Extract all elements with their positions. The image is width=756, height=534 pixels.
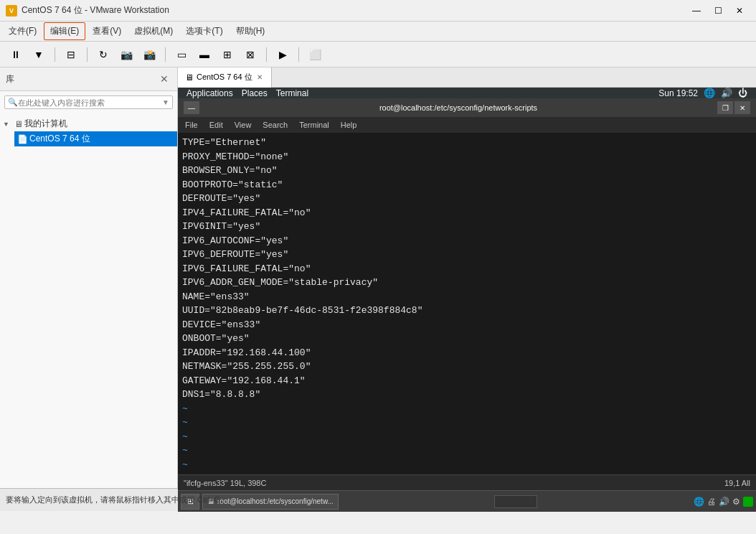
menu-file[interactable]: 文件(F): [3, 23, 42, 39]
vm-print-icon: 🖨: [707, 497, 716, 507]
window-controls: — ☐ ✕: [686, 4, 750, 18]
terminal-line-18: GATEWAY="192.168.44.1": [182, 374, 752, 388]
toolbar-more[interactable]: ⬜: [305, 45, 325, 64]
vm-network-icon: 🌐: [694, 497, 704, 507]
search-dropdown-icon[interactable]: ▼: [162, 98, 169, 106]
vm-taskbar: ⊞ 🖥 root@localhost:/etc/sysconfig/netw..…: [178, 490, 756, 512]
sidebar-item-centos[interactable]: 📄 CentOS 7 64 位: [14, 131, 177, 146]
maximize-button[interactable]: ☐: [707, 4, 729, 18]
network-icon[interactable]: 🌐: [704, 88, 715, 98]
terminal-line-3: BROWSER_ONLY="no": [182, 164, 752, 178]
vm-icon: 📄: [17, 134, 28, 144]
terminal-menu-file[interactable]: File: [181, 119, 202, 131]
terminal-line-1: TYPE="Ethernet": [182, 136, 752, 150]
tree-root[interactable]: ▼ 🖥 我的计算机: [0, 116, 177, 131]
toolbar-fullscreen[interactable]: ⊞: [217, 45, 237, 64]
title-bar: V CentOS 7 64 位 - VMware Workstation — ☐…: [0, 0, 756, 22]
toolbar-fit[interactable]: ▭: [171, 45, 192, 64]
terminal-tilde-4: ~: [182, 444, 752, 458]
gnome-topbar: Applications Places Terminal Sun 19:52 🌐…: [178, 88, 756, 98]
terminal-menu-edit[interactable]: Edit: [205, 119, 227, 131]
terminal-right-controls: ❐ ✕: [717, 101, 750, 114]
terminal-tilde-1: ~: [182, 402, 752, 416]
terminal-file-info: "ifcfg-ens33" 19L, 398C: [184, 479, 266, 487]
terminal-line-10: IPV6_FAILURE_FATAL="no": [182, 262, 752, 276]
terminal-line-7: IPV6INIT="yes": [182, 220, 752, 234]
toolbar-refresh[interactable]: ↻: [93, 45, 113, 64]
toolbar-unity[interactable]: ⊠: [240, 45, 260, 64]
vm-tab-centos[interactable]: 🖥 CentOS 7 64 位 ✕: [178, 67, 272, 88]
gnome-applications-menu[interactable]: Applications: [186, 88, 233, 98]
gnome-bar-right: Sun 19:52 🌐 🔊 ⏻: [658, 88, 747, 98]
terminal-content[interactable]: TYPE="Ethernet" PROXY_METHOD="none" BROW…: [178, 133, 756, 474]
toolbar-sep-2: [87, 47, 88, 62]
vm-tab-close-button[interactable]: ✕: [255, 73, 264, 81]
terminal-line-17: NETMASK="255.255.255.0": [182, 360, 752, 374]
toolbar-send-ctrl-alt-del[interactable]: ⊟: [61, 45, 81, 64]
terminal-minimize-button[interactable]: —: [184, 101, 199, 114]
vm-tab-bar: 🖥 CentOS 7 64 位 ✕: [178, 67, 756, 88]
menu-view[interactable]: 查看(V): [87, 23, 127, 39]
toolbar-fit2[interactable]: ▬: [194, 45, 214, 64]
menu-help[interactable]: 帮助(H): [230, 23, 271, 39]
content-area: 🖥 CentOS 7 64 位 ✕ Applications Places Te…: [178, 67, 756, 488]
menu-bar: 文件(F) 编辑(E) 查看(V) 虚拟机(M) 选项卡(T) 帮助(H): [0, 22, 756, 42]
toolbar-snapshot2[interactable]: 📸: [139, 45, 159, 64]
gnome-terminal-menu[interactable]: Terminal: [276, 88, 308, 98]
terminal-menu: File Edit View Search Terminal Help: [178, 117, 756, 133]
terminal-titlebar: — root@localhost:/etc/sysconfig/network-…: [178, 98, 756, 117]
main-area: 库 ✕ 🔍 ▼ ▼ 🖥 我的计算机 📄 CentOS 7 64 位: [0, 67, 756, 488]
vm-task-input-box: [494, 495, 537, 508]
terminal-line-15: ONBOOT="yes": [182, 332, 752, 346]
close-button[interactable]: ✕: [729, 4, 750, 18]
toolbar-dropdown[interactable]: ▼: [29, 45, 49, 64]
tree-children: 📄 CentOS 7 64 位: [0, 131, 177, 146]
terminal-tilde-5: ~: [182, 458, 752, 472]
toolbar-sep-3: [165, 47, 166, 62]
terminal-line-14: DEVICE="ens33": [182, 318, 752, 332]
terminal-menu-terminal[interactable]: Terminal: [295, 119, 334, 131]
terminal-line-5: DEFROUTE="yes": [182, 192, 752, 206]
menu-tabs[interactable]: 选项卡(T): [180, 23, 228, 39]
sidebar: 库 ✕ 🔍 ▼ ▼ 🖥 我的计算机 📄 CentOS 7 64 位: [0, 67, 178, 488]
terminal-menu-view[interactable]: View: [230, 119, 256, 131]
sidebar-tree: ▼ 🖥 我的计算机 📄 CentOS 7 64 位: [0, 113, 177, 488]
window-title: CentOS 7 64 位 - VMware Workstation: [22, 4, 169, 17]
vm-tab-icon: 🖥: [185, 72, 194, 83]
terminal-menu-search[interactable]: Search: [258, 119, 292, 131]
terminal-cursor-pos: 19,1 All: [724, 479, 750, 487]
power-icon[interactable]: ⏻: [738, 88, 747, 98]
toolbar-snapshot[interactable]: 📷: [116, 45, 136, 64]
terminal-menu-help[interactable]: Help: [336, 119, 362, 131]
toolbar-terminal[interactable]: ▶: [273, 45, 293, 64]
sidebar-search-box: 🔍 ▼: [4, 95, 173, 109]
vmware-status-message: 要将输入定向到该虚拟机，请将鼠标指针移入其中或按 Ctrl+G。: [6, 495, 228, 505]
gnome-bar-left: Applications Places Terminal: [186, 88, 308, 98]
terminal-line-13: UUID="82b8eab9-be7f-46dc-8531-f2e398f884…: [182, 304, 752, 318]
terminal-line-11: IPV6_ADDR_GEN_MODE="stable-privacy": [182, 276, 752, 290]
gnome-places-menu[interactable]: Places: [242, 88, 268, 98]
vm-settings-icon: ⚙: [732, 497, 740, 507]
terminal-tilde-3: ~: [182, 430, 752, 444]
volume-icon[interactable]: 🔊: [721, 88, 732, 98]
terminal-line-4: BOOTPROTO="static": [182, 178, 752, 192]
vm-tab-label: CentOS 7 64 位: [197, 72, 252, 83]
sidebar-header: 库 ✕: [0, 67, 177, 91]
terminal-line-19: DNS1="8.8.8.8": [182, 388, 752, 402]
terminal-line-16: IPADDR="192.168.44.100": [182, 346, 752, 360]
terminal-line-12: NAME="ens33": [182, 290, 752, 304]
tree-expand-icon: ▼: [3, 121, 13, 128]
sidebar-close-button[interactable]: ✕: [157, 72, 171, 86]
terminal-window: — root@localhost:/etc/sysconfig/network-…: [178, 98, 756, 512]
terminal-restore-button[interactable]: ❐: [717, 101, 733, 114]
toolbar-pause[interactable]: ⏸: [6, 45, 26, 64]
terminal-close-button[interactable]: ✕: [734, 101, 750, 114]
menu-vm[interactable]: 虚拟机(M): [128, 23, 179, 39]
toolbar: ⏸ ▼ ⊟ ↻ 📷 📸 ▭ ▬ ⊞ ⊠ ▶ ⬜: [0, 42, 756, 67]
vm-status-dot: [743, 497, 753, 507]
menu-edit[interactable]: 编辑(E): [44, 22, 85, 40]
toolbar-sep-5: [298, 47, 299, 62]
vmware-icon: V: [6, 5, 17, 17]
search-input[interactable]: [18, 98, 162, 107]
minimize-button[interactable]: —: [686, 4, 707, 18]
